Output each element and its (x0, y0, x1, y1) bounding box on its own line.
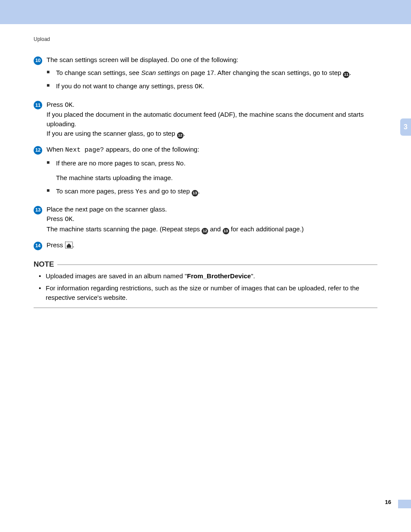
text: . (73, 241, 75, 249)
step-badge-10: 10 (34, 56, 42, 65)
home-icon (65, 242, 73, 251)
step-13: 13 Place the next page on the scanner gl… (34, 205, 377, 234)
ref-badge-13: 13 (192, 190, 198, 196)
album-name: From_BrotherDevice (187, 272, 251, 280)
text: . (184, 130, 185, 137)
step-badge-13: 13 (34, 206, 42, 215)
ref-badge-13: 13 (223, 228, 229, 234)
page-accent (398, 500, 411, 508)
text: If you placed the document in the automa… (47, 111, 364, 128)
text: Press (47, 215, 65, 222)
step-badge-12: 12 (34, 146, 42, 155)
page-content: Upload 10 The scan settings screen will … (0, 24, 411, 308)
note-item-1: Uploaded images are saved in an album na… (38, 271, 377, 281)
ok-key: OK (195, 83, 202, 90)
text: Press (47, 101, 65, 108)
page-number: 16 (385, 499, 391, 505)
ok-key: OK (65, 216, 73, 223)
step-12-sub1: If there are no more pages to scan, pres… (47, 159, 377, 183)
ref-badge-11: 11 (343, 72, 349, 78)
step-badge-11: 11 (34, 101, 42, 109)
no-key: No (176, 160, 184, 168)
ref-badge-12: 12 (202, 228, 208, 234)
step-14: 14 Press . (34, 240, 377, 251)
note-item-2: For information regarding restrictions, … (38, 283, 377, 302)
text: and go to step (147, 187, 191, 195)
ref-badge-12: 12 (177, 132, 184, 139)
text: . (184, 159, 186, 167)
step-10-sub2: If you do not want to change any setting… (47, 81, 377, 92)
text: . (73, 101, 75, 108)
step-10: 10 The scan settings screen will be disp… (34, 55, 377, 94)
header-bar (0, 0, 411, 24)
note-section: NOTE Uploaded images are saved in an alb… (34, 260, 377, 308)
text: To scan more pages, press (56, 187, 135, 195)
scan-settings-link[interactable]: Scan settings (141, 69, 180, 76)
step-badge-14: 14 (34, 242, 42, 250)
text: Place the next page on the scanner glass… (47, 205, 167, 213)
step-10-sub1: To change scan settings, see Scan settin… (47, 68, 377, 78)
chapter-tab: 3 (400, 118, 411, 136)
text: for each additional page.) (229, 225, 304, 233)
text: ". (251, 272, 255, 280)
text: If you do not want to change any setting… (56, 82, 195, 90)
ok-key: OK (65, 102, 73, 109)
step-12-sub2: To scan more pages, press Yes and go to … (47, 187, 377, 197)
text: . (198, 187, 200, 195)
yes-key: Yes (135, 188, 147, 196)
text: The machine starts scanning the page. (R… (47, 225, 202, 233)
text: Press (47, 241, 65, 249)
step-11: 11 Press OK. If you placed the document … (34, 100, 377, 139)
text: Uploaded images are saved in an album na… (46, 272, 187, 280)
text: . (349, 69, 351, 76)
text: If there are no more pages to scan, pres… (56, 159, 176, 167)
text: on page 17. After changing the scan sett… (180, 69, 343, 76)
text: and (208, 225, 222, 233)
text: If you are using the scanner glass, go t… (47, 130, 177, 137)
text: To change scan settings, see (56, 69, 141, 76)
step-12: 12 When Next page? appears, do one of th… (34, 145, 377, 199)
text: When (47, 146, 65, 153)
next-page-prompt: Next page? (65, 146, 104, 154)
text: The machine starts uploading the image. (56, 173, 377, 183)
note-title: NOTE (34, 260, 54, 269)
text: . (202, 82, 204, 90)
breadcrumb: Upload (34, 36, 377, 42)
note-rule-bottom (34, 308, 377, 308)
note-rule (57, 264, 377, 265)
text: appears, do one of the following: (104, 146, 199, 153)
step-10-text: The scan settings screen will be display… (47, 56, 238, 63)
text: . (73, 215, 75, 222)
